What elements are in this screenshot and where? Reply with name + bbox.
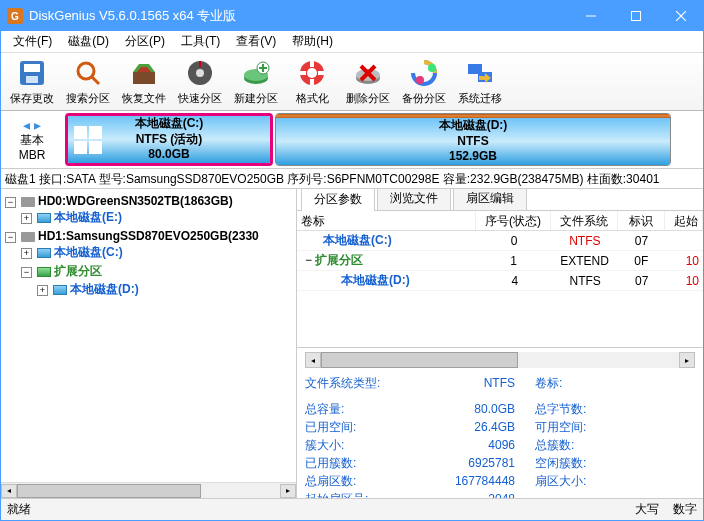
col-label[interactable]: 卷标: [297, 211, 476, 230]
tree-hd1-c[interactable]: +本地磁盘(C:): [21, 243, 294, 262]
svg-rect-25: [318, 71, 324, 75]
svg-point-21: [307, 68, 317, 78]
tree-hd1-ext[interactable]: −扩展分区 +本地磁盘(D:): [21, 262, 294, 300]
status-caps: 大写: [635, 501, 659, 518]
partition-text: 本地磁盘(C:)NTFS (活动)80.0GB: [135, 116, 204, 163]
fstype-value: NTFS: [405, 374, 515, 392]
col-serial[interactable]: 序号(状态): [476, 211, 552, 230]
disk-nav: ◂ ▸ 基本MBR: [1, 111, 63, 168]
svg-rect-1: [631, 12, 640, 21]
tool-search[interactable]: 搜索分区: [61, 56, 115, 108]
titlebar: G DiskGenius V5.6.0.1565 x64 专业版: [1, 1, 703, 31]
status-num: 数字: [673, 501, 697, 518]
tree-hscrollbar[interactable]: ◂▸: [1, 482, 296, 498]
tree-hd0[interactable]: −HD0:WDGreenSN3502TB(1863GB) +本地磁盘(E:): [5, 193, 294, 228]
tree-hd0-e[interactable]: +本地磁盘(E:): [21, 208, 294, 227]
maximize-button[interactable]: [613, 1, 658, 31]
toolbar: 保存更改 搜索分区 恢复文件 快速分区 新建分区 格式化 删除分区 备份分区 系…: [1, 53, 703, 111]
svg-rect-22: [310, 61, 314, 67]
tabbar: 分区参数 浏览文件 扇区编辑: [297, 189, 703, 211]
table-row[interactable]: − 扩展分区1EXTEND0F10: [297, 251, 703, 271]
tree-hd1-d[interactable]: +本地磁盘(D:): [37, 280, 294, 299]
svg-rect-24: [300, 71, 306, 75]
detail-pane: ◂▸ 文件系统类型:NTFS卷标: 总容量:80.0GB总字节数:已用空间:26…: [297, 347, 703, 498]
tool-format[interactable]: 格式化: [285, 56, 339, 108]
tool-newpart[interactable]: 新建分区: [229, 56, 283, 108]
menu-tools[interactable]: 工具(T): [173, 31, 228, 52]
svg-point-7: [78, 63, 94, 79]
expand-icon[interactable]: +: [21, 248, 32, 259]
tool-delete[interactable]: 删除分区: [341, 56, 395, 108]
partition-box[interactable]: 本地磁盘(D:)NTFS152.9GB: [275, 113, 671, 166]
close-button[interactable]: [658, 1, 703, 31]
partition-box[interactable]: 本地磁盘(C:)NTFS (活动)80.0GB: [65, 113, 273, 166]
expand-icon[interactable]: +: [37, 285, 48, 296]
menu-view[interactable]: 查看(V): [228, 31, 284, 52]
disk-tree-pane[interactable]: −HD0:WDGreenSN3502TB(1863GB) +本地磁盘(E:) −…: [1, 189, 297, 498]
detail-hscrollbar[interactable]: ◂▸: [305, 352, 695, 368]
extended-icon: [37, 267, 51, 277]
partition-strip: ◂ ▸ 基本MBR 本地磁盘(C:)NTFS (活动)80.0GB本地磁盘(D:…: [1, 111, 703, 169]
window-title: DiskGenius V5.6.0.1565 x64 专业版: [29, 7, 568, 25]
grid-body[interactable]: 本地磁盘(C:)0NTFS07− 扩展分区1EXTEND0F10 本地磁盘(D:…: [297, 231, 703, 347]
tool-backup[interactable]: 备份分区: [397, 56, 451, 108]
svg-point-31: [428, 64, 436, 72]
partition-icon: [53, 285, 67, 295]
tab-sector-edit[interactable]: 扇区编辑: [453, 189, 527, 210]
tab-partition-params[interactable]: 分区参数: [301, 189, 375, 211]
tool-migrate[interactable]: 系统迁移: [453, 56, 507, 108]
svg-point-13: [196, 69, 204, 77]
svg-rect-6: [26, 76, 38, 83]
menu-disk[interactable]: 磁盘(D): [60, 31, 117, 52]
collapse-icon[interactable]: −: [21, 267, 32, 278]
partition-icon: [37, 213, 51, 223]
tab-browse-files[interactable]: 浏览文件: [377, 189, 451, 210]
disk-icon: [21, 197, 35, 207]
collapse-icon[interactable]: −: [305, 253, 312, 267]
windows-icon: [74, 126, 102, 154]
statusbar: 就绪 大写 数字: [1, 498, 703, 520]
svg-point-30: [416, 76, 424, 84]
menubar: 文件(F) 磁盘(D) 分区(P) 工具(T) 查看(V) 帮助(H): [1, 31, 703, 53]
partition-icon: [37, 248, 51, 258]
svg-rect-23: [310, 79, 314, 85]
menu-help[interactable]: 帮助(H): [284, 31, 341, 52]
col-flag[interactable]: 标识: [618, 211, 665, 230]
tool-recover[interactable]: 恢复文件: [117, 56, 171, 108]
disk-nav-arrows[interactable]: ◂ ▸: [23, 117, 41, 133]
right-pane: 分区参数 浏览文件 扇区编辑 卷标 序号(状态) 文件系统 标识 起始 本地磁盘…: [297, 189, 703, 498]
menu-partition[interactable]: 分区(P): [117, 31, 173, 52]
table-row[interactable]: 本地磁盘(C:)0NTFS07: [297, 231, 703, 251]
svg-rect-9: [133, 72, 155, 84]
svg-rect-5: [24, 64, 40, 72]
minimize-button[interactable]: [568, 1, 613, 31]
tree-hd1[interactable]: −HD1:SamsungSSD870EVO250GB(2330 +本地磁盘(C:…: [5, 228, 294, 301]
tool-save[interactable]: 保存更改: [5, 56, 59, 108]
disk-info-line: 磁盘1 接口:SATA 型号:SamsungSSD870EVO250GB 序列号…: [1, 169, 703, 189]
disk-type-label: 基本MBR: [19, 133, 46, 162]
fstype-label: 文件系统类型:: [305, 374, 405, 392]
svg-rect-14: [199, 61, 201, 67]
tool-quickpart[interactable]: 快速分区: [173, 56, 227, 108]
expand-icon[interactable]: +: [21, 213, 32, 224]
partition-text: 本地磁盘(D:)NTFS152.9GB: [439, 118, 508, 165]
status-ready: 就绪: [7, 501, 31, 518]
svg-line-8: [92, 77, 99, 84]
table-row[interactable]: 本地磁盘(D:)4NTFS0710: [297, 271, 703, 291]
col-start[interactable]: 起始: [665, 211, 703, 230]
vollabel-label: 卷标:: [535, 374, 605, 392]
app-logo-icon: G: [7, 8, 23, 24]
menu-file[interactable]: 文件(F): [5, 31, 60, 52]
grid-header: 卷标 序号(状态) 文件系统 标识 起始: [297, 211, 703, 231]
collapse-icon[interactable]: −: [5, 197, 16, 208]
col-fs[interactable]: 文件系统: [551, 211, 617, 230]
collapse-icon[interactable]: −: [5, 232, 16, 243]
disk-icon: [21, 232, 35, 242]
